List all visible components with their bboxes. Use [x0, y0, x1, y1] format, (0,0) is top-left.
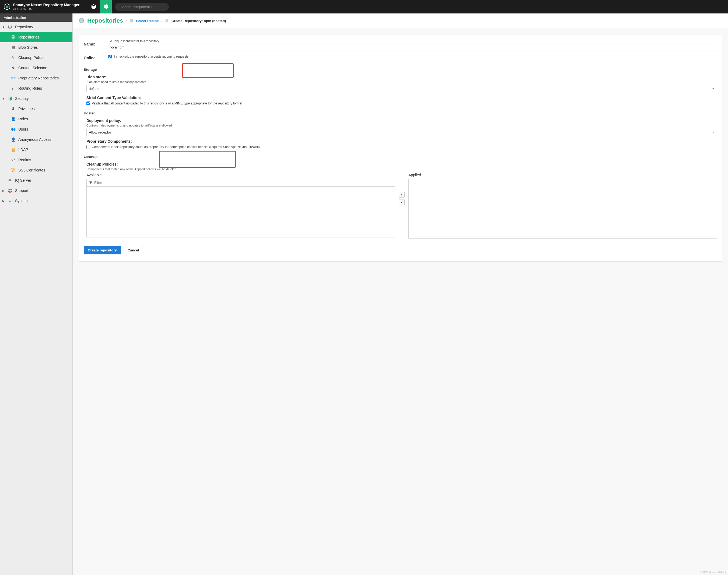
breadcrumb-recipe[interactable]: Select Recipe [136, 19, 159, 23]
sidebar-group-system[interactable]: ▶⚙System [0, 196, 72, 206]
deployment-policy-select[interactable]: Allow redeploy ▼ [87, 129, 717, 136]
certificate-icon: 📜 [11, 168, 15, 173]
cleanup-section: Cleanup [84, 155, 717, 159]
chevron-down-icon: ▼ [712, 131, 715, 134]
move-left-button[interactable]: ‹ [399, 199, 405, 205]
database-icon [78, 18, 85, 24]
applied-list[interactable] [408, 179, 717, 238]
browse-tab[interactable] [88, 0, 100, 13]
sidebar-item-roles[interactable]: 👤Roles [0, 114, 72, 124]
name-input[interactable] [108, 44, 717, 51]
sidebar-item-routing-rules[interactable]: ⇄Routing Rules [0, 83, 72, 93]
breadcrumb: Repositories / Select Recipe / Create Re… [73, 13, 728, 28]
proprietary-checkbox[interactable] [87, 145, 90, 149]
blob-store-hint: Blob store used to store repository cont… [87, 80, 717, 83]
create-repository-button[interactable]: Create repository [84, 246, 121, 255]
sidebar-group-support[interactable]: ▶🛟Support [0, 185, 72, 196]
sidebar-item-repositories[interactable]: Repositories [0, 32, 72, 42]
database-icon [7, 25, 12, 29]
routes-icon: ⇄ [11, 86, 15, 91]
search-icon [118, 5, 119, 9]
applied-title: Applied [408, 173, 717, 177]
layers-icon: ❖ [11, 65, 15, 70]
book-icon: 📔 [11, 147, 15, 152]
sidebar-item-content-selectors[interactable]: ❖Content Selectors [0, 63, 72, 73]
strict-hint: Validate that all content uploaded to th… [92, 101, 242, 105]
sidebar-item-blob-stores[interactable]: ▤Blob Stores [0, 42, 72, 53]
deployment-policy-label: Deployment policy: [87, 119, 717, 123]
hosted-section: Hosted [84, 111, 717, 115]
breadcrumb-title[interactable]: Repositories [87, 17, 123, 24]
badge-icon: 🔰 [7, 96, 12, 101]
nexus-logo-icon [3, 3, 11, 10]
storage-section: Storage [84, 68, 717, 72]
people-icon: 👥 [11, 127, 15, 132]
sidebar-item-cleanup-policies[interactable]: ✎Cleanup Policies [0, 53, 72, 63]
chevron-right-icon: ▶ [2, 200, 5, 202]
strict-label: Strict Content Type Validation: [87, 96, 717, 100]
database-icon [11, 35, 15, 40]
user-icon: 👤 [11, 137, 15, 142]
iq-icon: ◎ [7, 178, 12, 183]
sidebar-item-privileges[interactable]: 🎗Privileges [0, 104, 72, 114]
logo-area: Sonatype Nexus Repository Manager OSS 3.… [0, 3, 82, 10]
name-label: Name: [84, 40, 108, 46]
chevron-down-icon: ▼ [712, 87, 715, 90]
strict-checkbox[interactable] [87, 101, 90, 105]
chevron-down-icon: ▼ [2, 26, 5, 29]
search-box[interactable] [115, 3, 169, 11]
sidebar-heading: Administration [0, 13, 72, 22]
svg-marker-1 [6, 5, 9, 8]
sidebar-group-repository[interactable]: ▼ Repository [0, 22, 72, 32]
proprietary-label: Proprietary Components: [87, 139, 717, 143]
name-hint: A unique identifier for this repository [110, 39, 159, 42]
svg-point-2 [9, 25, 11, 26]
sidebar-item-ldap[interactable]: 📔LDAP [0, 144, 72, 155]
main-content: Repositories / Select Recipe / Create Re… [73, 13, 728, 575]
topbar: Sonatype Nexus Repository Manager OSS 3.… [0, 0, 728, 13]
online-label: Online: [84, 54, 108, 60]
create-repository-form: Name: A unique identifier for this repos… [78, 34, 722, 262]
move-right-button[interactable]: › [399, 192, 405, 198]
available-filter-input[interactable] [94, 181, 393, 185]
chevron-right-icon: ▶ [2, 189, 5, 192]
sidebar-group-security[interactable]: ▼ 🔰 Security [0, 93, 72, 104]
database-icon [130, 19, 133, 23]
ribbon-icon: 🎗 [11, 106, 15, 111]
proprietary-hint: Components in this repository count as p… [92, 145, 260, 149]
cancel-button[interactable]: Cancel [124, 246, 143, 255]
breadcrumb-current: Create Repository: npm (hosted) [171, 19, 226, 23]
deployment-policy-hint: Controls if deployments of and updates t… [87, 124, 717, 127]
blob-store-select[interactable]: default ▼ [87, 85, 717, 92]
filter-icon [89, 181, 93, 185]
blob-store-label: Blob store: [87, 75, 717, 79]
person-tie-icon: 👤 [11, 116, 15, 122]
sidebar-item-ssl-certificates[interactable]: 📜SSL Certificates [0, 165, 72, 175]
sidebar-item-proprietary-repositories[interactable]: 👓Proprietary Repositories [0, 73, 72, 83]
svg-point-3 [12, 35, 15, 36]
lifebuoy-icon: 🛟 [7, 188, 12, 193]
app-version: OSS 3.35.0-02 [13, 7, 79, 10]
shield-icon: 🛡 [11, 158, 15, 162]
gear-icon: ⚙ [7, 198, 12, 203]
search-input[interactable] [120, 5, 166, 9]
broom-icon: ✎ [11, 55, 15, 60]
sidebar-item-iq-server[interactable]: ▶◎IQ Server [0, 175, 72, 185]
server-icon: ▤ [11, 45, 15, 50]
sidebar: Administration ▼ Repository Repositories… [0, 13, 73, 575]
database-icon [165, 19, 169, 23]
sidebar-item-users[interactable]: 👥Users [0, 124, 72, 134]
watermark: CSDN @hawk2014bj [700, 571, 726, 574]
sidebar-item-realms[interactable]: 🛡Realms [0, 155, 72, 165]
binoculars-icon: 👓 [11, 76, 15, 80]
available-filter[interactable] [87, 179, 395, 186]
online-checkbox[interactable] [108, 55, 112, 59]
available-list[interactable] [87, 186, 395, 237]
app-title: Sonatype Nexus Repository Manager [13, 3, 79, 7]
cleanup-policies-label: Cleanup Policies: [87, 162, 717, 166]
sidebar-item-anonymous-access[interactable]: 👤Anonymous Access [0, 134, 72, 144]
chevron-down-icon: ▼ [2, 97, 5, 100]
online-hint: If checked, the repository accepts incom… [113, 55, 189, 59]
admin-tab[interactable] [100, 0, 112, 13]
available-title: Available [87, 173, 395, 177]
